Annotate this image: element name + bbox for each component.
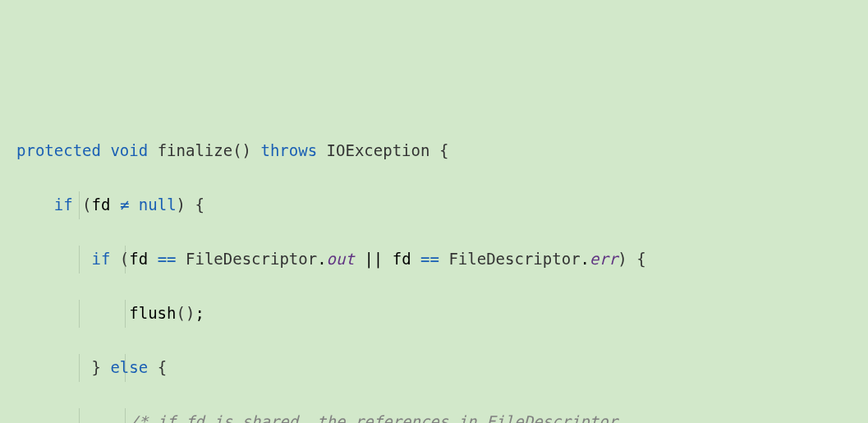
code-line: if (fd == FileDescriptor.out || fd == Fi… — [16, 246, 868, 274]
method-name: finalize — [158, 141, 233, 159]
keyword-if: if — [92, 250, 111, 268]
brace: } — [92, 358, 101, 376]
operator-eq: == — [158, 250, 177, 268]
identifier-fd: fd — [393, 250, 411, 268]
code-line: /* if fd is shared, the references in Fi… — [16, 408, 868, 423]
paren: ) — [177, 195, 186, 214]
keyword-void: void — [110, 141, 148, 159]
code-editor[interactable]: protected void finalize() throws IOExcep… — [0, 106, 868, 423]
indent-guide-icon — [79, 300, 80, 328]
keyword-protected: protected — [16, 141, 101, 159]
keyword-throws: throws — [260, 141, 317, 159]
operator-or: || — [364, 250, 383, 268]
operator-eq: == — [420, 250, 439, 268]
code-line: flush(); — [16, 300, 868, 328]
field-err: err — [590, 250, 618, 268]
paren: ) — [618, 250, 627, 268]
paren: () — [232, 141, 251, 159]
keyword-else: else — [110, 358, 148, 376]
brace: { — [636, 250, 645, 268]
paren: ( — [82, 195, 91, 214]
indent-guide-icon — [79, 246, 80, 274]
keyword-null: null — [139, 195, 177, 214]
indent-guide-icon — [79, 354, 80, 382]
comment-text: /* if fd is shared, the references in Fi… — [129, 412, 618, 423]
identifier-fd: fd — [92, 195, 111, 214]
brace: { — [195, 195, 204, 214]
type-ioexception: IOException — [327, 141, 430, 159]
indent-guide-icon — [79, 408, 80, 423]
brace: { — [158, 358, 167, 376]
code-line: protected void finalize() throws IOExcep… — [16, 137, 868, 165]
indent-guide-icon — [125, 354, 126, 382]
identifier-fd: fd — [129, 250, 148, 268]
type-filedescriptor: FileDescriptor — [448, 250, 580, 268]
field-out: out — [327, 250, 355, 268]
paren: () — [176, 304, 195, 322]
code-line: if (fd ≠ null) { — [16, 191, 868, 219]
keyword-if: if — [54, 195, 73, 214]
indent-guide-icon — [79, 191, 80, 219]
call-flush: flush — [129, 304, 176, 322]
operator-neq: ≠ — [120, 195, 129, 214]
indent-guide-icon — [125, 408, 126, 423]
indent-guide-icon — [125, 246, 126, 274]
type-filedescriptor: FileDescriptor — [186, 250, 317, 268]
brace: { — [439, 141, 448, 159]
indent-guide-icon — [125, 300, 126, 328]
code-line: } else { — [16, 354, 868, 382]
